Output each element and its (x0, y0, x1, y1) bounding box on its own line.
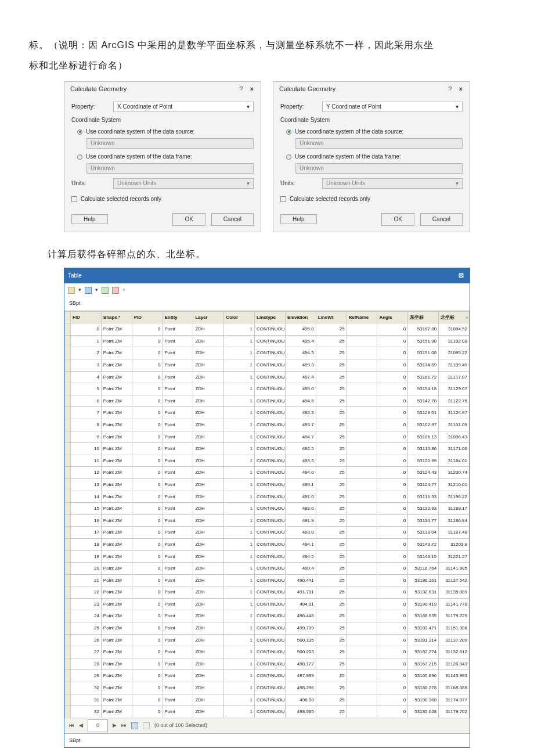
table-row[interactable]: 10Point ZM0PointZDH1CONTINUOUS492.525053… (65, 443, 470, 455)
table-row[interactable]: 20Point ZM0PointZDH1CONTINUOUS490.425053… (65, 563, 470, 575)
table-row[interactable]: 32Point ZM0PointZDH1CONTINUOUS498.535250… (65, 706, 470, 718)
table-row[interactable]: 28Point ZM0PointZDH1CONTINUOUS498.172250… (65, 658, 470, 670)
help-button[interactable]: Help (71, 214, 108, 224)
options-icon[interactable] (68, 287, 75, 294)
column-header[interactable]: Linetype (255, 311, 286, 323)
table-row[interactable]: 25Point ZM0PointZDH1CONTINUOUS499.709250… (65, 622, 470, 635)
column-header[interactable]: Angle (377, 311, 408, 323)
table-row[interactable]: 17Point ZM0PointZDH1CONTINUOUS493.025053… (65, 527, 470, 539)
property-select[interactable]: X Coordinate of Point ▾ (113, 102, 254, 112)
table-row[interactable]: 21Point ZM0PointZDH1CONTINUOUS490.441250… (65, 574, 470, 586)
record-counter[interactable]: 0 (88, 719, 108, 732)
column-header[interactable]: LineWt (316, 311, 347, 323)
nav-prev-icon[interactable]: ◀ (79, 720, 83, 732)
units-label: Units: (71, 179, 113, 188)
table-row[interactable]: 3Point ZM0PointZDH1CONTINUOUS499.3250531… (65, 359, 470, 372)
help-icon[interactable]: ? (234, 84, 247, 95)
source-cs-value: Unknown (86, 138, 254, 149)
table-row[interactable]: 18Point ZM0PointZDH1CONTINUOUS494.125053… (65, 538, 470, 550)
cancel-button[interactable]: Cancel (211, 213, 254, 226)
mid-text: 计算后获得各碎部点的东、北坐标。 (29, 244, 505, 264)
table-row[interactable]: 9Point ZM0PointZDH1CONTINUOUS494.7250531… (65, 431, 470, 443)
table-row[interactable]: 12Point ZM0PointZDH1CONTINUOUS494.025053… (65, 467, 470, 479)
all-records-icon[interactable] (131, 722, 138, 729)
help-icon[interactable]: ? (443, 84, 456, 95)
help-button[interactable]: Help (280, 214, 317, 224)
chevron-down-icon: ▾ (247, 102, 250, 111)
table-row[interactable]: 23Point ZM0PointZDH1CONTINUOUS494.012505… (65, 598, 470, 610)
property-value: Y Coordinate of Point (326, 102, 381, 111)
selected-records-icon[interactable] (143, 722, 150, 729)
column-header[interactable]: PID (132, 311, 163, 323)
dialog-title: Calculate Geometry (70, 84, 234, 95)
table-row[interactable]: 29Point ZM0PointZDH1CONTINUOUS497.939250… (65, 670, 470, 682)
table-row[interactable]: 1Point ZM0PointZDH1CONTINUOUS495.4250531… (65, 335, 470, 347)
table-row[interactable]: 24Point ZM0PointZDH1CONTINUOUS496.448250… (65, 610, 470, 622)
calc-geometry-y-dialog: Calculate Geometry ? × Property: Y Coord… (273, 81, 470, 232)
table-row[interactable]: 15Point ZM0PointZDH1CONTINUOUS492.025053… (65, 503, 470, 515)
nav-next-icon[interactable]: ▶ (113, 720, 117, 732)
chevron-down-icon: ▾ (456, 179, 459, 188)
table-row[interactable]: 30Point ZM0PointZDH1CONTINUOUS498.296250… (65, 682, 470, 694)
chevron-down-icon: ▾ (247, 179, 250, 188)
table-row[interactable]: 7Point ZM0PointZDH1CONTINUOUS492.3250531… (65, 407, 470, 419)
table-row[interactable]: 5Point ZM0PointZDH1CONTINUOUS495.0250531… (65, 383, 470, 395)
table-row[interactable]: 13Point ZM0PointZDH1CONTINUOUS495.125053… (65, 478, 470, 491)
ok-button[interactable]: OK (381, 213, 414, 226)
tool-icon[interactable] (112, 287, 119, 294)
table-row[interactable]: 4Point ZM0PointZDH1CONTINUOUS497.4250531… (65, 371, 470, 383)
column-header[interactable]: 北坐标 (439, 311, 470, 323)
close-icon[interactable]: ☒ (456, 269, 466, 282)
frame-cs-value: Unknown (295, 163, 463, 174)
table-row[interactable]: 0Point ZM0PointZDH1CONTINUOUS495.0250531… (65, 323, 470, 336)
selection-icon[interactable] (85, 287, 92, 294)
close-icon[interactable]: × (457, 84, 465, 95)
table-row[interactable]: 14Point ZM0PointZDH1CONTINUOUS491.025053… (65, 491, 470, 503)
table-row[interactable]: 31Point ZM0PointZDH1CONTINUOUS498.982505… (65, 694, 470, 706)
frame-cs-value: Unknown (86, 163, 254, 174)
column-header[interactable]: RefName (347, 311, 377, 323)
intro-line-1: 标。（说明：因 ArcGIS 中采用的是数学平面坐标系，与测量坐标系统不一样，因… (29, 35, 505, 55)
chevron-down-icon: ▾ (456, 102, 459, 111)
table-row[interactable]: 26Point ZM0PointZDH1CONTINUOUS500.135250… (65, 634, 470, 646)
table-row[interactable]: 22Point ZM0PointZDH1CONTINUOUS491.781250… (65, 586, 470, 599)
nav-last-icon[interactable]: ⏭ (121, 720, 127, 732)
calc-selected-checkbox[interactable]: Calculate selected records only (280, 195, 463, 204)
source-cs-value: Unknown (295, 138, 463, 149)
units-select: Unknown Units▾ (113, 178, 254, 189)
calc-geometry-x-dialog: Calculate Geometry ? × Property: X Coord… (64, 81, 261, 232)
property-select[interactable]: Y Coordinate of Point ▾ (322, 102, 463, 112)
table-tab[interactable]: SBpt (64, 297, 470, 311)
radio-data-frame[interactable]: Use coordinate system of the data frame: (286, 152, 463, 161)
table-row[interactable]: 6Point ZM0PointZDH1CONTINUOUS494.5250531… (65, 395, 470, 407)
column-header[interactable]: FID (71, 311, 102, 323)
table-title: Table (68, 269, 82, 282)
table-row[interactable]: 2Point ZM0PointZDH1CONTINUOUS494.3250531… (65, 347, 470, 359)
coord-system-label: Coordinate System (280, 116, 463, 125)
radio-data-frame[interactable]: Use coordinate system of the data frame: (77, 152, 254, 161)
related-icon[interactable] (102, 287, 109, 294)
column-header[interactable]: Elevation (285, 311, 316, 323)
radio-data-source[interactable]: Use coordinate system of the data source… (286, 127, 463, 136)
close-tab-icon[interactable]: × (466, 312, 468, 323)
table-row[interactable]: 11Point ZM0PointZDH1CONTINUOUS493.325053… (65, 455, 470, 467)
table-row[interactable]: 27Point ZM0PointZDH1CONTINUOUS500.203250… (65, 646, 470, 658)
column-header[interactable]: Layer (193, 311, 224, 323)
data-table[interactable]: FIDShape *PIDEntityLayerColorLinetypeEle… (64, 311, 470, 718)
ok-button[interactable]: OK (172, 213, 205, 226)
column-header[interactable]: Entity (163, 311, 193, 323)
column-header[interactable]: Color (224, 311, 255, 323)
cancel-button[interactable]: Cancel (420, 213, 463, 226)
table-row[interactable]: 19Point ZM0PointZDH1CONTINUOUS494.525053… (65, 550, 470, 563)
table-row[interactable]: 16Point ZM0PointZDH1CONTINUOUS491.925053… (65, 514, 470, 527)
attribute-table-panel: Table ☒ ▾ ▾ × SBpt × FIDShape *PIDEntity… (64, 268, 470, 748)
column-header[interactable]: 东坐标 (408, 311, 439, 323)
table-tab-bottom[interactable]: SBpt (64, 733, 470, 748)
calc-selected-checkbox[interactable]: Calculate selected records only (71, 195, 254, 204)
column-header[interactable]: Shape * (101, 311, 132, 323)
radio-data-source[interactable]: Use coordinate system of the data source… (77, 127, 254, 136)
table-footer: ⏮ ◀ 0 ▶ ⏭ (0 out of 106 Selected) (64, 718, 470, 733)
close-icon[interactable]: × (248, 84, 256, 95)
nav-first-icon[interactable]: ⏮ (69, 720, 74, 732)
table-row[interactable]: 8Point ZM0PointZDH1CONTINUOUS493.7250531… (65, 419, 470, 431)
